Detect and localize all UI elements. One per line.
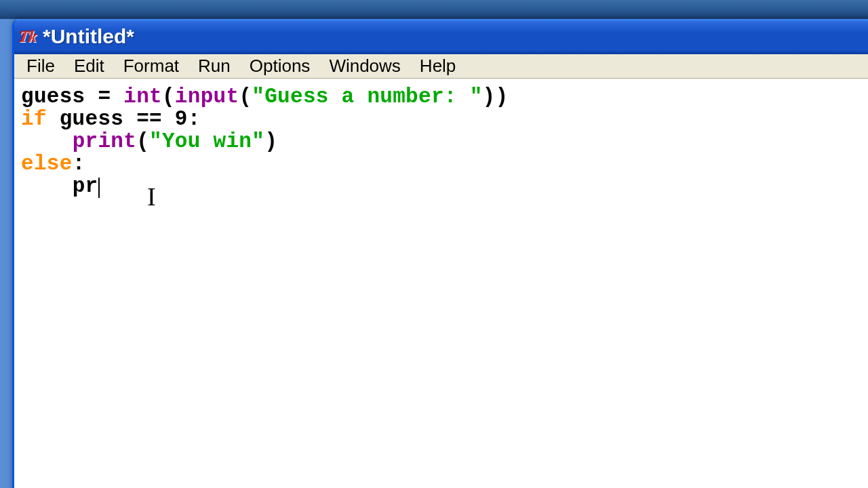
paren: ( (239, 85, 252, 108)
keyword-else: else (21, 152, 73, 176)
desktop-background-strip (0, 0, 868, 19)
code-content: guess = int(input("Guess a number: ")) i… (21, 85, 868, 198)
tk-icon: Tk (18, 28, 38, 46)
code-editor[interactable]: guess = int(input("Guess a number: ")) i… (14, 79, 868, 488)
menubar: File Edit Format Run Options Windows Hel… (14, 54, 868, 79)
colon: : (73, 152, 85, 176)
builtin-print: print (73, 129, 137, 153)
code-token: guess == 9: (47, 107, 201, 131)
app-icon: Tk (18, 27, 37, 46)
text-caret (98, 178, 100, 198)
paren: )) (483, 85, 509, 108)
code-partial: pr (73, 174, 98, 198)
menu-windows[interactable]: Windows (319, 54, 410, 78)
indent (21, 174, 73, 198)
menu-format[interactable]: Format (114, 54, 189, 78)
string-literal: "You win" (149, 129, 264, 153)
paren: ) (264, 129, 277, 153)
keyword-if: if (21, 107, 47, 131)
titlebar[interactable]: Tk *Untitled* (14, 19, 868, 54)
code-token: guess = (21, 85, 123, 108)
window-title: *Untitled* (43, 25, 134, 48)
paren: ( (136, 129, 149, 153)
menu-options[interactable]: Options (240, 54, 320, 78)
builtin-int: int (123, 85, 162, 108)
string-literal: "Guess a number: " (252, 85, 482, 108)
menu-edit[interactable]: Edit (64, 54, 114, 78)
idle-window: Tk *Untitled* File Edit Format Run Optio… (12, 19, 868, 488)
indent (21, 129, 73, 153)
menu-run[interactable]: Run (189, 54, 240, 78)
builtin-input: input (175, 85, 239, 108)
menu-help[interactable]: Help (410, 54, 465, 78)
paren: ( (162, 85, 175, 108)
menu-file[interactable]: File (17, 54, 64, 78)
